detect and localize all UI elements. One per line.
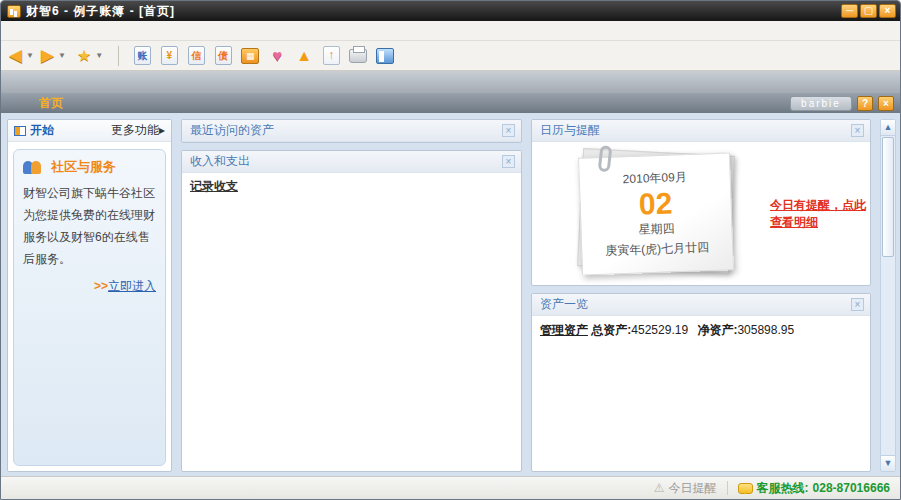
panel-view-icon[interactable] [373, 45, 397, 67]
today-reminder-status[interactable]: ⚠ 今日提醒 [654, 480, 717, 497]
scroll-down-icon[interactable]: ▼ [881, 455, 895, 471]
page-close-button[interactable]: × [878, 96, 894, 111]
health-check-icon[interactable]: ♥ [265, 45, 289, 67]
back-icon[interactable]: ◀ [9, 47, 22, 64]
community-text: 财智公司旗下蜗牛谷社区为您提供免费的在线理财服务以及财智6的在线售后服务。 [23, 182, 156, 270]
right-column: 日历与提醒 × 2010年09月 02 星期四 庚寅年(虎)七月廿四 [531, 119, 871, 472]
sub-bar: 首页 barbie ? × [1, 93, 900, 113]
back-dropdown-icon[interactable]: ▼ [26, 51, 34, 60]
favorites-star-icon[interactable]: ★ [77, 48, 91, 64]
assets-overview-panel: 资产一览 × 管理资产 总资产:452529.19 净资产:305898.95 [531, 293, 871, 472]
calendar-lunar: 庚寅年(虎)七月廿四 [582, 238, 733, 260]
hotline-status: 客服热线: 028-87016666 [738, 480, 890, 497]
pie-surface [571, 353, 819, 415]
record-income-expense-link[interactable]: 记录收支 [190, 179, 238, 193]
middle-column: 最近访问的资产 × 收入和支出 × 记录收支 [181, 119, 522, 472]
assets-overview-title: 资产一览 [540, 296, 588, 313]
net-assets-label: 净资产: [697, 323, 737, 337]
warning-icon[interactable]: ▲ [292, 45, 316, 67]
vertical-scrollbar[interactable]: ▲ ▼ [880, 119, 896, 472]
start-icon [14, 126, 26, 136]
enter-arrows: >> [94, 279, 108, 293]
forward-icon[interactable]: ▶ [41, 47, 54, 64]
total-assets-label: 总资产: [591, 323, 631, 337]
report-cash-icon[interactable]: ¥ [157, 45, 181, 67]
paperclip-icon [598, 145, 613, 172]
help-button[interactable]: ? [857, 96, 873, 111]
today-reminder-link[interactable]: 今日有提醒，点此查看明细 [770, 198, 866, 229]
forward-dropdown-icon[interactable]: ▼ [58, 51, 66, 60]
scroll-up-icon[interactable]: ▲ [881, 120, 895, 136]
scrollbar-track[interactable] [881, 258, 895, 455]
hotline-number: 028-87016666 [813, 481, 890, 495]
recent-assets-title: 最近访问的资产 [190, 122, 274, 139]
close-button[interactable]: × [879, 4, 896, 18]
calendar-day: 02 [580, 185, 731, 222]
toolbar-separator [118, 46, 119, 66]
calendar-panel: 日历与提醒 × 2010年09月 02 星期四 庚寅年(虎)七月廿四 [531, 119, 871, 286]
maximize-button[interactable]: ▢ [860, 4, 877, 18]
sidebar-header: 开始 更多功能▸ [8, 120, 171, 142]
toolbar: ◀▼ ▶▼ ★▼ 账 ¥ 信 债 ▦ ♥ ▲ ↑ [1, 41, 900, 71]
sidebar-title: 开始 [30, 122, 54, 139]
export-icon[interactable]: ↑ [319, 45, 343, 67]
recent-assets-panel: 最近访问的资产 × [181, 119, 522, 143]
app-icon [7, 5, 21, 18]
title-bar: 财智6 - 例子账簿 - [首页] ─ ▢ × [1, 1, 900, 21]
total-assets-value: 452529.19 [631, 323, 688, 337]
menu-bar [1, 21, 900, 41]
tab-bar [1, 71, 900, 93]
print-icon[interactable] [346, 45, 370, 67]
income-expense-close-icon[interactable]: × [502, 155, 515, 168]
calculator-icon[interactable]: ▦ [238, 45, 262, 67]
more-functions-link[interactable]: 更多功能▸ [111, 122, 165, 139]
manage-assets-link[interactable]: 管理资产 [540, 323, 588, 337]
favorites-dropdown-icon[interactable]: ▼ [95, 51, 103, 60]
net-assets-value: 305898.95 [737, 323, 794, 337]
report-debt-icon[interactable]: 债 [211, 45, 235, 67]
app-window: 财智6 - 例子账簿 - [首页] ─ ▢ × ◀▼ ▶▼ ★▼ 账 ¥ 信 债… [0, 0, 901, 500]
report-credit-icon[interactable]: 信 [184, 45, 208, 67]
user-button[interactable]: barbie [790, 96, 852, 111]
status-bar: ⚠ 今日提醒 客服热线: 028-87016666 [1, 476, 900, 499]
sidebar: 开始 更多功能▸ 社区与服务 财智公司旗下蜗牛谷社区为您提供免费的在线理财服务以… [7, 119, 172, 472]
recent-assets-close-icon[interactable]: × [502, 124, 515, 137]
scrollbar-thumb[interactable] [882, 137, 894, 257]
enter-now-link[interactable]: 立即进入 [108, 279, 156, 293]
window-title: 财智6 - 例子账簿 - [首页] [26, 3, 175, 20]
reminder-warning-icon: ⚠ [654, 481, 665, 495]
income-expense-title: 收入和支出 [190, 153, 250, 170]
income-expense-panel: 收入和支出 × 记录收支 [181, 150, 522, 472]
people-icon [23, 160, 45, 174]
report-account-icon[interactable]: 账 [130, 45, 154, 67]
calendar-note: 2010年09月 02 星期四 庚寅年(虎)七月廿四 [580, 155, 732, 273]
community-title: 社区与服务 [51, 158, 116, 176]
assets-pie-chart [532, 347, 870, 433]
chat-bubble-icon [738, 483, 753, 494]
breadcrumb: 首页 [39, 95, 63, 112]
calendar-title: 日历与提醒 [540, 122, 600, 139]
calendar-close-icon[interactable]: × [851, 124, 864, 137]
community-box: 社区与服务 财智公司旗下蜗牛谷社区为您提供免费的在线理财服务以及财智6的在线售后… [13, 149, 166, 466]
minimize-button[interactable]: ─ [841, 4, 858, 18]
assets-overview-close-icon[interactable]: × [851, 298, 864, 311]
content-area: 开始 更多功能▸ 社区与服务 财智公司旗下蜗牛谷社区为您提供免费的在线理财服务以… [1, 113, 900, 476]
